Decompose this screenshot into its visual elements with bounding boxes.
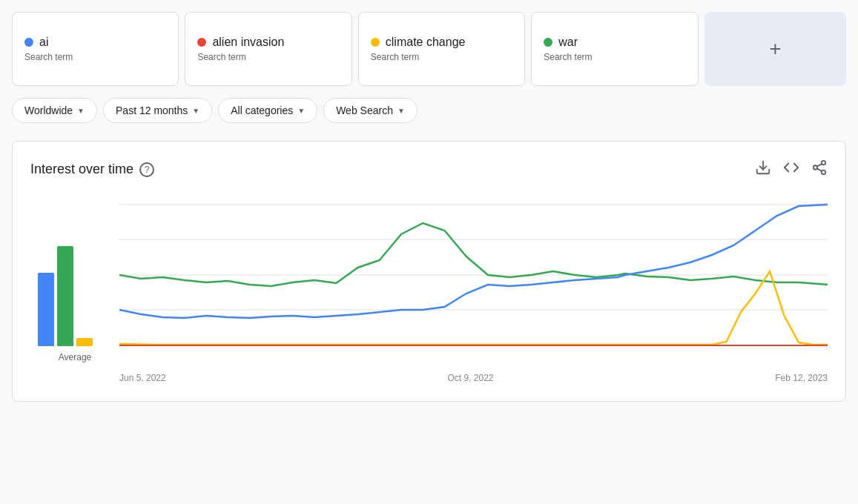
filter-btn-period[interactable]: Past 12 months ▼: [103, 98, 212, 123]
embed-icon[interactable]: [783, 159, 799, 179]
average-bars: Average: [30, 197, 119, 383]
line-alien-invasion: [119, 271, 828, 345]
chevron-down-icon: ▼: [397, 107, 405, 115]
download-icon[interactable]: [755, 159, 771, 179]
chart-area: Average 100 75 50 25: [30, 197, 828, 383]
filter-label-type: Web Search: [336, 105, 393, 116]
chart-actions: [755, 159, 828, 179]
term-sublabel-ai: Search term: [24, 52, 166, 62]
term-header: ai: [24, 36, 166, 49]
filter-label-period: Past 12 months: [116, 105, 188, 116]
chevron-down-icon: ▼: [297, 107, 305, 115]
chart-title: Interest over time: [30, 162, 133, 177]
term-sublabel-climate-change: Search term: [371, 52, 512, 62]
share-icon[interactable]: [811, 159, 828, 179]
search-term-card-war[interactable]: war Search term: [531, 12, 698, 86]
search-term-card-alien-invasion[interactable]: alien invasion Search term: [185, 12, 352, 86]
avg-bar-0: [38, 273, 54, 346]
term-dot-war: [544, 38, 552, 47]
term-dot-ai: [24, 38, 33, 47]
term-name-ai: ai: [39, 36, 48, 49]
term-header: alien invasion: [197, 36, 339, 49]
filters-row: Worldwide ▼ Past 12 months ▼ All categor…: [12, 98, 846, 123]
line-chart-wrapper: 100 75 50 25 Jun 5, 2022Oct 9, 2022Feb 1…: [119, 197, 828, 383]
term-header: war: [544, 36, 685, 49]
chart-header: Interest over time ?: [30, 159, 828, 179]
filter-label-category: All categories: [231, 105, 293, 116]
line-chart-svg: 100 75 50 25: [119, 197, 828, 368]
x-label-0: Jun 5, 2022: [119, 373, 166, 383]
filter-btn-type[interactable]: Web Search ▼: [323, 98, 418, 123]
x-label-1: Oct 9, 2022: [447, 373, 493, 383]
avg-bar-1: [57, 246, 73, 346]
term-header: climate change: [371, 36, 512, 49]
svg-line-4: [817, 168, 822, 171]
filter-label-location: Worldwide: [24, 105, 73, 116]
filter-btn-location[interactable]: Worldwide ▼: [12, 98, 97, 123]
term-dot-alien-invasion: [197, 38, 206, 47]
term-name-climate-change: climate change: [386, 36, 466, 49]
search-terms-row: ai Search term alien invasion Search ter…: [12, 12, 846, 86]
svg-line-5: [817, 164, 822, 167]
bars-container: [38, 198, 112, 346]
search-term-card-ai[interactable]: ai Search term: [12, 12, 179, 86]
line-climate-change: [119, 223, 828, 286]
filter-btn-category[interactable]: All categories ▼: [218, 98, 317, 123]
avg-label: Average: [59, 352, 91, 362]
avg-bar-2: [76, 338, 93, 346]
add-search-term-button[interactable]: +: [704, 12, 846, 86]
x-axis-labels: Jun 5, 2022Oct 9, 2022Feb 12, 2023: [119, 370, 828, 383]
chart-section: Interest over time ?: [12, 141, 846, 402]
chart-title-group: Interest over time ?: [30, 162, 154, 177]
x-label-2: Feb 12, 2023: [775, 373, 828, 383]
term-name-war: war: [558, 36, 578, 49]
term-name-alien-invasion: alien invasion: [212, 36, 284, 49]
term-sublabel-alien-invasion: Search term: [197, 52, 339, 62]
help-icon[interactable]: ?: [139, 162, 154, 177]
search-term-card-climate-change[interactable]: climate change Search term: [358, 12, 525, 86]
line-ai: [119, 205, 828, 318]
chevron-down-icon: ▼: [192, 107, 199, 115]
term-dot-climate-change: [371, 38, 380, 47]
term-sublabel-war: Search term: [544, 52, 685, 62]
chevron-down-icon: ▼: [77, 107, 85, 115]
